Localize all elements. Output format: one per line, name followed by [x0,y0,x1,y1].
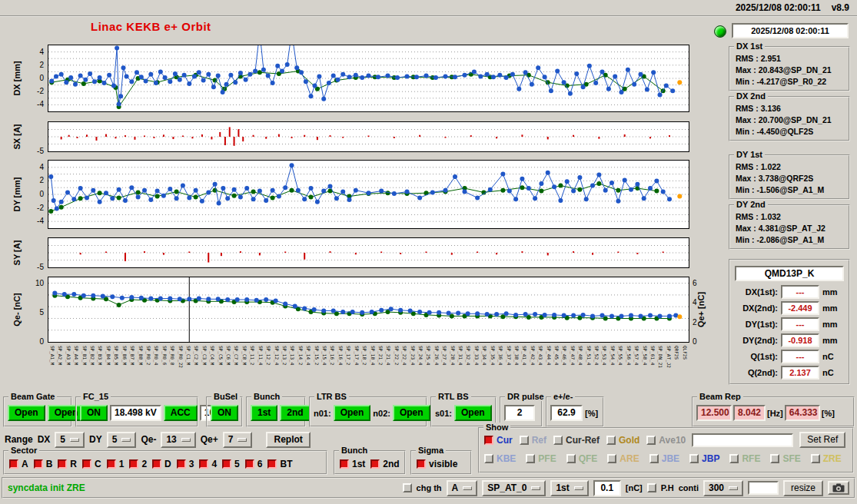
x-axis-label: SP_33_4 [474,346,480,365]
bunch-1st-item: 1st [340,459,365,469]
x-axis-label: SP_12_2 [266,346,271,365]
chart-dy-canvas[interactable] [48,160,689,229]
ph-checkbox[interactable] [647,483,656,492]
ph-label: P.H [661,483,674,492]
sector-c-item: C [82,459,101,469]
bunch-1st-button[interactable]: 1st [251,405,277,421]
x-axis-label: SP_28_4 [450,346,456,365]
sector-d-item: D [152,459,171,469]
range-dx-select[interactable]: 5 [55,432,85,448]
bpm-select-dropdown[interactable]: SP_AT_0 [482,480,546,496]
range-dy-select[interactable]: 5 [107,432,137,448]
x-axis-label: SP_14_4 [306,346,311,365]
snapshot-button[interactable] [828,481,849,495]
show-cur-checkbox[interactable] [484,436,493,445]
bunch-select-title: Bunch [339,446,370,455]
sector-select-dropdown[interactable]: A [447,480,478,496]
interval-dropdown[interactable]: 300 [703,480,743,496]
beam-gate-group: Beam Gate Open Open [3,396,72,427]
sector-1-checkbox[interactable] [107,459,116,469]
bunch-select-dropdown[interactable]: 1st [550,480,588,496]
bunch-select-value: 1st [556,482,569,494]
show-gold-checkbox[interactable] [606,436,616,445]
chart-dx-canvas[interactable] [48,45,689,112]
sector-2-checkbox[interactable] [129,459,138,469]
busel-group: BuSel ON [206,396,243,427]
show-are-checkbox[interactable] [607,454,616,463]
sector-a-checkbox[interactable] [9,459,18,469]
sector-5-checkbox[interactable] [222,459,231,469]
set-ref-button[interactable]: Set Ref [799,432,845,448]
busel-on-button[interactable]: ON [211,405,238,421]
show-cur-ref-checkbox[interactable] [553,436,563,445]
show-sfe-checkbox[interactable] [770,454,779,463]
sigma-visible-checkbox[interactable] [417,459,426,469]
ltr-n01-open-button[interactable]: Open [334,405,371,421]
rtl-s01-open-button[interactable]: Open [454,405,492,421]
sigma-group: Sigma visible [410,450,472,475]
show-zre-checkbox[interactable] [811,454,820,463]
sector-6-checkbox[interactable] [245,459,254,469]
show-rfe-checkbox[interactable] [729,454,739,463]
sector-d-checkbox[interactable] [152,459,161,469]
chart-sy-canvas[interactable] [48,237,689,268]
bunch-2nd-item: 2nd [370,459,399,469]
sector-c-checkbox[interactable] [82,459,91,469]
sector-4-checkbox[interactable] [199,459,208,469]
sigma-visible-item: visible [417,459,457,469]
show-qfe-checkbox[interactable] [566,454,576,463]
x-axis-label: SP_34_4 [482,346,487,365]
beam-gate-open-1-button[interactable]: Open [8,405,45,421]
bunch-2nd-checkbox[interactable] [370,459,380,469]
x-axis-label: SP_46_4 [562,346,567,365]
right-y-tick-label: 6 [693,278,697,287]
threshold-value[interactable]: 0.1 [593,480,621,496]
range-qe+-value: 7 [228,434,234,446]
show-pfe-label: PFE [538,453,556,464]
resize-button[interactable]: resize [783,480,823,496]
show-jbe-checkbox[interactable] [649,454,659,463]
ltr-n02-open-button[interactable]: Open [393,405,430,421]
chart-sx-yticks: -5 [6,121,46,152]
show-pfe-checkbox[interactable] [526,454,535,463]
show-cur-item: Cur [484,435,513,446]
show-ref-checkbox[interactable] [520,436,529,445]
fc15-on-button[interactable]: ON [80,405,108,421]
dr-pulse-value: 2 [504,405,535,421]
bunch-2nd-button[interactable]: 2nd [280,405,310,421]
x-axis-label: QRF2S [674,346,679,360]
sector-b-checkbox[interactable] [34,459,43,469]
ref-file-input[interactable] [692,433,793,447]
range-qe--select[interactable]: 13 [161,432,195,448]
bunch-select-group: Bunch 1st2nd [334,450,406,475]
chart-charge-canvas[interactable] [48,277,689,343]
stat-group-dy-1st: DY 1st RMS : 1.022 Max : 3.738@QRF2S Min… [729,154,850,200]
stat-rms: RMS : 1.022 [736,161,849,173]
stat-min: Min : -4.217@SP_R0_22 [736,76,849,88]
right-y-tick-label: 0 [693,337,697,346]
x-axis-label: SP_R0_6 [162,346,168,365]
sector-group: Sector ABRC12D3456BT [3,450,327,475]
interval-input[interactable] [748,481,779,495]
range-row: Range DX5DY5Qe-13Qe+7 Replot [5,430,311,449]
range-qe+-select[interactable]: 7 [223,432,253,448]
bunch-1st-checkbox[interactable] [340,459,349,469]
show-kbe-checkbox[interactable] [484,454,493,463]
sigma-title: Sigma [416,446,446,455]
sector-3-checkbox[interactable] [177,459,186,469]
x-axis-label: SP_51_4 [586,346,592,365]
x-axis-label: SP_52_4 [594,346,600,365]
show-ave10-checkbox[interactable] [646,436,656,445]
show-jbp-checkbox[interactable] [689,454,699,463]
sector-r-checkbox[interactable] [58,459,67,469]
chg-th-checkbox[interactable] [403,483,412,492]
monitor-name-field[interactable]: QMD13P_K [735,266,844,281]
dropdown-indicator [181,438,191,442]
range-qe+-label: Qe+ [201,434,218,445]
replot-button[interactable]: Replot [266,432,310,448]
chart-sx-canvas[interactable] [48,121,689,152]
fc15-acc-button[interactable]: ACC [164,405,198,421]
monitor-field-unit: mm [822,287,838,297]
x-axis-label: SP_47_4 [570,346,576,365]
sector-bt-checkbox[interactable] [267,459,277,469]
